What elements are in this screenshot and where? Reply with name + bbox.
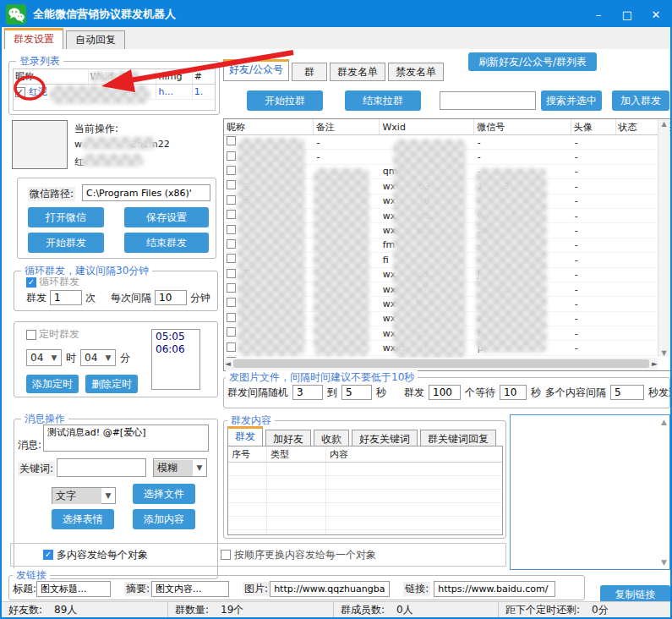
row-checkbox[interactable]: [227, 210, 236, 219]
interval-group-title: 发图片文件，间隔时间建议不要低于10秒: [226, 370, 418, 385]
interval-wait-label: 个等待: [465, 386, 495, 400]
vertical-scrollbar[interactable]: ▲▼: [658, 120, 669, 357]
tab-mass-send-settings[interactable]: 群发设置: [4, 28, 63, 50]
add-content-button[interactable]: 添加内容: [133, 509, 195, 529]
loop-interval-input[interactable]: [155, 290, 187, 305]
scroll-down-icon[interactable]: ▼: [661, 349, 666, 357]
scrollbar-thumb[interactable]: [233, 359, 649, 368]
row-checkbox[interactable]: [227, 166, 236, 175]
tab-friends-public[interactable]: 好友/公众号: [223, 59, 289, 81]
interval-random-label: 群发间隔随机: [227, 386, 288, 400]
timer-list[interactable]: 05:0506:06: [151, 329, 200, 390]
wechat-path-input[interactable]: [82, 184, 210, 201]
save-settings-button[interactable]: 保存设置: [124, 207, 209, 227]
select-emoji-button[interactable]: 选择表情: [52, 509, 114, 529]
wechat-path-label: 微信路径:: [28, 187, 75, 201]
link-summary-input[interactable]: [151, 581, 229, 597]
add-timer-button[interactable]: 添加定时: [26, 375, 79, 393]
row-checkbox[interactable]: [227, 151, 236, 161]
status-label: 好友数:: [8, 603, 42, 617]
preview-textbox[interactable]: ▲ ▼: [510, 414, 670, 570]
redacted-blur: [81, 154, 144, 167]
content-row: [228, 490, 502, 503]
match-mode-select[interactable]: 模糊▼: [153, 458, 207, 477]
interval-wait-input[interactable]: [500, 385, 527, 400]
search-input[interactable]: [440, 91, 536, 110]
loop-checkbox-row: ✓ 循环群发: [26, 275, 79, 289]
interval-multi-input[interactable]: [610, 385, 644, 400]
loop-count-input[interactable]: [50, 290, 82, 305]
row-checkbox[interactable]: [227, 239, 236, 249]
tab-ban-list[interactable]: 禁发名单: [388, 63, 444, 81]
loop-checkbox[interactable]: ✓: [26, 277, 36, 288]
delete-timer-button[interactable]: 删除定时: [85, 375, 138, 393]
row-checkbox[interactable]: [227, 313, 236, 322]
row-checkbox[interactable]: [227, 225, 236, 234]
link-image-input[interactable]: [270, 581, 390, 597]
interval-to-input[interactable]: [341, 385, 372, 400]
tab-send-list[interactable]: 群发名单: [330, 63, 385, 81]
row-checkbox[interactable]: [227, 136, 236, 145]
keyword-input[interactable]: [57, 458, 146, 477]
scroll-right-icon[interactable]: ►: [652, 359, 658, 368]
horizontal-scrollbar[interactable]: ◄►: [225, 358, 658, 370]
status-friend-count: 好友数:89人: [2, 602, 168, 617]
content-type-select[interactable]: 文字▼: [52, 487, 116, 504]
refresh-list-button[interactable]: 刷新好友/公众号/群列表: [468, 52, 597, 71]
row-checkbox[interactable]: [227, 327, 236, 337]
timer-list-item[interactable]: 06:06: [156, 343, 196, 356]
interval-batch-input[interactable]: [429, 385, 461, 400]
link-fields-row: 标题: 摘要: 图片: 链接:: [13, 581, 555, 597]
timer-minute-select[interactable]: 04▼: [80, 349, 116, 366]
multi-content-checkbox[interactable]: ✓: [43, 550, 53, 560]
interval-from-input[interactable]: [292, 385, 323, 400]
row-checkbox[interactable]: [227, 180, 236, 189]
timer-hour-select[interactable]: 04▼: [26, 349, 62, 366]
row-checkbox[interactable]: [227, 269, 236, 278]
login-row-checkbox[interactable]: ✓: [15, 87, 25, 97]
stop-send-button[interactable]: 结束群发: [124, 233, 209, 253]
chevron-down-icon: ▼: [193, 463, 206, 472]
minimize-button[interactable]: –: [584, 2, 613, 27]
chevron-down-icon: ▼: [101, 353, 115, 362]
row-checkbox[interactable]: [227, 283, 236, 293]
scroll-up-icon[interactable]: ▲: [661, 418, 667, 426]
main-tab-strip: 群发设置 自动回复: [2, 27, 670, 50]
row-checkbox[interactable]: [227, 254, 236, 263]
scroll-left-icon[interactable]: ◄: [225, 359, 231, 368]
row-checkbox[interactable]: [227, 298, 236, 307]
tab-groups[interactable]: 群: [292, 63, 327, 81]
message-label: 消息:: [18, 438, 41, 452]
row-checkbox[interactable]: [227, 195, 236, 205]
start-send-button[interactable]: 开始群发: [28, 233, 104, 253]
search-select-button[interactable]: 搜索并选中: [541, 90, 602, 111]
start-pull-button[interactable]: 开始拉群: [247, 90, 323, 111]
tab-auto-reply[interactable]: 自动回复: [66, 30, 125, 49]
loop-interval-label: 每次间隔: [111, 291, 151, 305]
interval-unit3: 秒发送: [648, 386, 672, 400]
timer-list-item[interactable]: 05:05: [156, 331, 196, 343]
cell-avatar: -: [572, 137, 616, 148]
link-title-input[interactable]: [36, 581, 111, 597]
timer-time-row: 04▼ 时 04▼ 分: [26, 349, 130, 366]
scroll-down-icon[interactable]: ▼: [661, 558, 667, 567]
sequential-checkbox[interactable]: [221, 550, 231, 560]
stop-pull-button[interactable]: 结束拉群: [345, 90, 421, 111]
message-textarea[interactable]: 测试消息ad! @#[爱心]: [43, 425, 209, 452]
scroll-up-icon[interactable]: ▲: [661, 120, 666, 128]
link-image-label: 图片:: [243, 582, 270, 596]
row-checkbox[interactable]: [227, 342, 236, 352]
link-url-input[interactable]: [434, 581, 555, 597]
select-file-button[interactable]: 选择文件: [133, 484, 195, 504]
open-wechat-button[interactable]: 打开微信: [28, 207, 104, 227]
cell-avatar: -: [572, 195, 616, 206]
timer-minute-value: 04: [81, 351, 101, 364]
timer-checkbox[interactable]: [26, 330, 36, 340]
add-to-send-button[interactable]: 加入群发: [612, 90, 669, 111]
status-label: 群数量:: [175, 603, 209, 617]
maximize-button[interactable]: □: [613, 2, 642, 27]
cell-wxno: -: [475, 137, 572, 148]
current-op-label: 当前操作:: [74, 122, 118, 136]
close-button[interactable]: ✕: [642, 2, 670, 27]
redacted-blur: [476, 168, 547, 353]
